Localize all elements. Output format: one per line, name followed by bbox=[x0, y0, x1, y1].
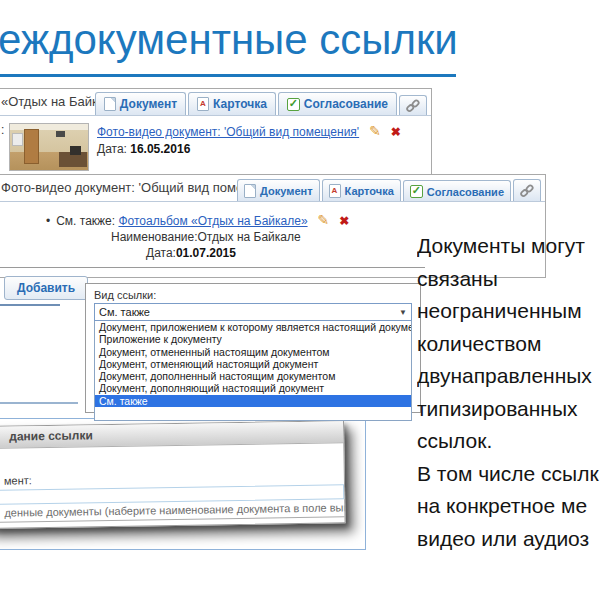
tab-document-label: Документ bbox=[120, 97, 177, 111]
link-type-option[interactable]: Документ, дополняющий настоящий документ bbox=[95, 382, 411, 394]
page-title: еждокументные ссылки bbox=[0, 16, 458, 64]
photovideo-panel-header: Фото-видео документ: 'Общий вид помещени… bbox=[0, 175, 545, 202]
photoalbum-panel-header: «Отдых на Байкале» Документ Карточка Сог… bbox=[0, 89, 431, 116]
linked-document-row: : Фото-видео документ: 'Общий вид помеще… bbox=[0, 116, 431, 171]
slide-body-text: Документы могут связаны неограниченным к… bbox=[417, 230, 600, 555]
delete-icon[interactable]: ✖ bbox=[391, 125, 401, 139]
document-icon bbox=[104, 97, 116, 111]
dialog-titlebar: дание ссылки bbox=[0, 421, 343, 449]
tab-document-label: Документ bbox=[260, 185, 312, 197]
photo-monitor bbox=[70, 146, 81, 155]
tab-approval[interactable]: Согласование bbox=[278, 92, 397, 115]
slide: { "slide": { "title": "еждокументные ссы… bbox=[0, 0, 600, 600]
photoalbum-panel: «Отдых на Байкале» Документ Карточка Сог… bbox=[0, 88, 432, 178]
name-label: Наименование: bbox=[111, 230, 198, 244]
tab-approval-2[interactable]: Согласование bbox=[403, 180, 511, 201]
date-label: Дата: bbox=[146, 246, 176, 260]
tab-document-2[interactable]: Документ bbox=[237, 179, 319, 201]
title-underline bbox=[0, 74, 456, 77]
selected-link-type: См. также bbox=[99, 306, 150, 318]
tab-card-label: Карточка bbox=[345, 185, 394, 197]
link-type-select[interactable]: См. также ▼ bbox=[94, 303, 412, 321]
link-type-option[interactable]: Документ, приложением к которому являетс… bbox=[95, 321, 411, 333]
card-icon bbox=[329, 184, 341, 198]
date-line: Дата: 16.05.2016 bbox=[97, 142, 401, 156]
date-value: 01.07.2015 bbox=[176, 246, 236, 260]
add-button[interactable]: Добавить bbox=[4, 276, 88, 300]
document-icon bbox=[244, 184, 256, 198]
card-icon bbox=[197, 97, 209, 111]
delete-icon[interactable]: ✖ bbox=[339, 214, 349, 228]
bullet-icon: • bbox=[46, 214, 50, 228]
link-type-option[interactable]: Документ, дополненный настоящим документ… bbox=[95, 370, 411, 382]
paperclip-icon bbox=[406, 99, 420, 113]
photo-door bbox=[24, 129, 39, 164]
link-type-label: Вид ссылки: bbox=[94, 289, 412, 301]
link-type-option-selected[interactable]: См. также bbox=[95, 395, 411, 407]
paperclip-icon bbox=[520, 184, 534, 198]
name-value: Отдых на Байкале bbox=[198, 230, 301, 244]
left-border-fragment bbox=[0, 304, 60, 306]
chevron-down-icon: ▼ bbox=[399, 308, 407, 317]
edit-icon[interactable]: ✎ bbox=[369, 123, 381, 139]
link-type-option[interactable]: Приложение к документу bbox=[95, 333, 411, 345]
photo-poster bbox=[12, 133, 23, 146]
tab-approval-label: Согласование bbox=[304, 97, 388, 111]
tab-card[interactable]: Карточка bbox=[188, 92, 276, 115]
left-border-fragment bbox=[0, 402, 78, 404]
tab-links-2[interactable] bbox=[513, 179, 541, 201]
dialog-screenshot-frame: дание ссылки мент: денные документы (наб… bbox=[0, 418, 366, 550]
photovideo-document-link[interactable]: Фото-видео документ: 'Общий вид помещени… bbox=[97, 125, 359, 139]
panel1-tabs: Документ Карточка Согласование bbox=[95, 92, 427, 115]
photo-thumbnail[interactable] bbox=[9, 123, 89, 171]
photoalbum-link[interactable]: Фотоальбом «Отдых на Байкале» bbox=[118, 214, 307, 228]
link-type-option[interactable]: Документ, отмененный настоящим документо… bbox=[95, 346, 411, 358]
link-type-options-list: Документ, приложением к которому являетс… bbox=[94, 321, 412, 421]
see-also-label: См. также: bbox=[56, 214, 115, 228]
row-label: : bbox=[1, 123, 9, 171]
link-line: Фото-видео документ: 'Общий вид помещени… bbox=[97, 123, 401, 139]
photoalbum-title: «Отдых на Байкале» bbox=[1, 94, 95, 115]
photo-tv bbox=[56, 131, 65, 137]
link-type-option[interactable]: Документ, отменяющий настоящий документ bbox=[95, 358, 411, 370]
panel2-separator bbox=[0, 267, 425, 268]
edit-icon[interactable]: ✎ bbox=[318, 212, 330, 228]
link-block: Фото-видео документ: 'Общий вид помещени… bbox=[97, 123, 401, 171]
create-link-dialog: дание ссылки мент: денные документы (наб… bbox=[0, 420, 346, 529]
panel2-tabs: Документ Карточка Согласование bbox=[237, 179, 541, 201]
tab-card-label: Карточка bbox=[213, 97, 267, 111]
link-type-groupbox: Вид ссылки: См. также ▼ Документ, прилож… bbox=[85, 283, 421, 413]
date-label: Дата: bbox=[97, 142, 127, 156]
date-value: 16.05.2016 bbox=[130, 142, 190, 156]
checkbox-icon bbox=[287, 98, 300, 111]
checkbox-icon bbox=[410, 185, 423, 198]
tab-document[interactable]: Документ bbox=[95, 92, 186, 115]
tab-card-2[interactable]: Карточка bbox=[322, 179, 401, 201]
photovideo-title: Фото-видео документ: 'Общий вид помещени… bbox=[1, 180, 237, 201]
tab-approval-label: Согласование bbox=[427, 186, 504, 198]
tab-links[interactable] bbox=[399, 95, 427, 115]
